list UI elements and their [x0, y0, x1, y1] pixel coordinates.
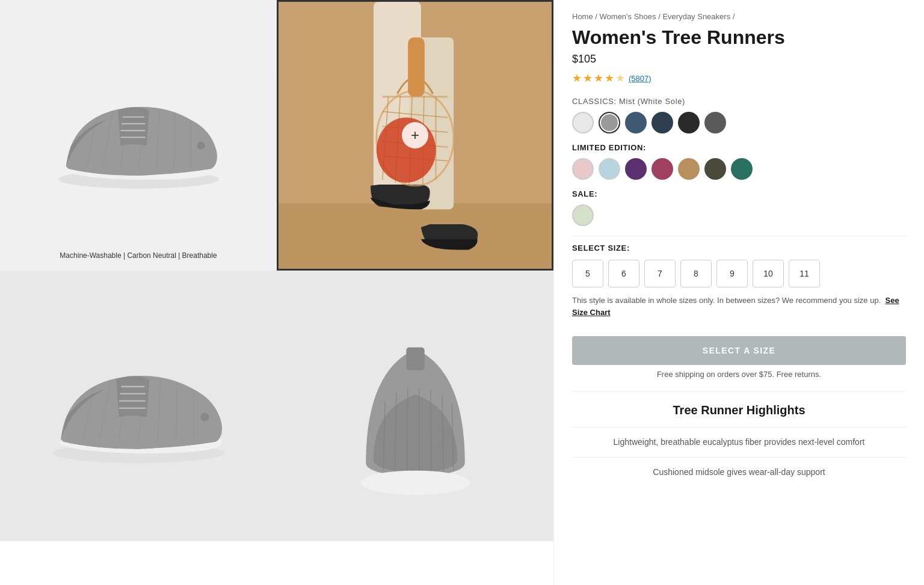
product-image-side: Machine-Washable | Carbon Neutral | Brea… [0, 0, 277, 271]
size-btn-5[interactable]: 5 [572, 260, 603, 287]
breadcrumb: Home / Women's Shoes / Everyday Sneakers… [572, 12, 906, 21]
product-price: $105 [572, 53, 906, 66]
add-to-cart-button[interactable]: SELECT A SIZE [572, 336, 906, 365]
size-section: SELECT SIZE: 5 6 7 8 9 10 11 This style … [572, 243, 906, 318]
color-swatch-light-blue[interactable] [599, 158, 620, 180]
color-swatch-dark-navy[interactable] [651, 112, 673, 133]
highlights-section: Tree Runner Highlights Lightweight, brea… [572, 391, 906, 487]
star-4: ★ [605, 72, 614, 85]
svg-point-53 [360, 471, 470, 495]
rating-row: ★ ★ ★ ★ ★ (5807) [572, 72, 906, 85]
size-label: SELECT SIZE: [572, 243, 906, 253]
sale-swatches [572, 204, 906, 226]
shoe-side-alt-svg [28, 345, 249, 467]
image-caption: Machine-Washable | Carbon Neutral | Brea… [60, 251, 217, 260]
svg-rect-29 [408, 37, 425, 97]
color-swatch-charcoal[interactable] [704, 112, 726, 133]
shipping-note: Free shipping on orders over $75. Free r… [572, 370, 906, 379]
product-image-rear: allbirds [277, 271, 553, 541]
star-2: ★ [583, 72, 593, 85]
svg-point-42 [200, 412, 209, 421]
shoe-rear-svg: allbirds [339, 311, 491, 501]
svg-rect-51 [406, 348, 424, 370]
size-btn-6[interactable]: 6 [608, 260, 639, 287]
breadcrumb-sep3: / [733, 12, 735, 21]
product-image-side-alt [0, 271, 277, 541]
size-btn-9[interactable]: 9 [716, 260, 748, 287]
divider-1 [572, 236, 906, 236]
star-rating: ★ ★ ★ ★ ★ [572, 72, 625, 85]
zoom-button[interactable]: + [402, 122, 428, 149]
star-3: ★ [594, 72, 603, 85]
size-btn-8[interactable]: 8 [680, 260, 712, 287]
highlight-item-1: Lightweight, breathable eucalyptus fiber… [572, 427, 906, 457]
breadcrumb-home[interactable]: Home [572, 12, 593, 21]
size-btn-11[interactable]: 11 [789, 260, 820, 287]
sale-label: SALE: [572, 189, 906, 198]
product-title: Women's Tree Runners [572, 27, 906, 48]
limited-label: LIMITED EDITION: [572, 143, 906, 152]
shoe-side-svg [35, 78, 242, 192]
color-swatch-blush[interactable] [572, 158, 594, 180]
classics-selected-name: Mist (White Sole) [619, 97, 685, 106]
color-swatch-tan[interactable] [678, 158, 700, 180]
breadcrumb-sep1: / [595, 12, 599, 21]
highlights-title: Tree Runner Highlights [572, 403, 906, 417]
star-1: ★ [572, 72, 582, 85]
svg-rect-14 [279, 203, 552, 269]
limited-swatches [572, 158, 906, 180]
sale-color-section: SALE: [572, 189, 906, 226]
product-image-lifestyle: + [277, 0, 553, 271]
size-grid: 5 6 7 8 9 10 11 [572, 260, 906, 287]
color-swatch-dark-olive[interactable] [704, 158, 726, 180]
color-swatch-mist-white[interactable] [572, 112, 594, 133]
highlight-item-2: Cushioned midsole gives wear-all-day sup… [572, 457, 906, 487]
size-btn-10[interactable]: 10 [753, 260, 784, 287]
color-swatch-teal[interactable] [731, 158, 753, 180]
product-info-panel: Home / Women's Shoes / Everyday Sneakers… [553, 0, 924, 585]
classics-swatches [572, 112, 906, 133]
breadcrumb-womens-shoes[interactable]: Women's Shoes [600, 12, 656, 21]
color-swatch-mist-gray[interactable] [599, 112, 620, 133]
color-swatch-black[interactable] [678, 112, 700, 133]
breadcrumb-sneakers[interactable]: Everyday Sneakers [662, 12, 730, 21]
size-note: This style is available in whole sizes o… [572, 295, 906, 318]
star-half: ★ [615, 72, 625, 85]
review-count[interactable]: (5807) [629, 74, 651, 83]
product-images-grid: Machine-Washable | Carbon Neutral | Brea… [0, 0, 553, 585]
color-swatch-mauve[interactable] [651, 158, 673, 180]
svg-point-12 [197, 141, 205, 150]
limited-color-section: LIMITED EDITION: [572, 143, 906, 180]
color-swatch-purple[interactable] [625, 158, 647, 180]
classics-color-section: CLASSICS: Mist (White Sole) [572, 97, 906, 133]
color-swatch-natural-navy[interactable] [625, 112, 647, 133]
classics-label: CLASSICS: Mist (White Sole) [572, 97, 906, 106]
color-swatch-sand[interactable] [572, 204, 594, 226]
size-btn-7[interactable]: 7 [644, 260, 676, 287]
